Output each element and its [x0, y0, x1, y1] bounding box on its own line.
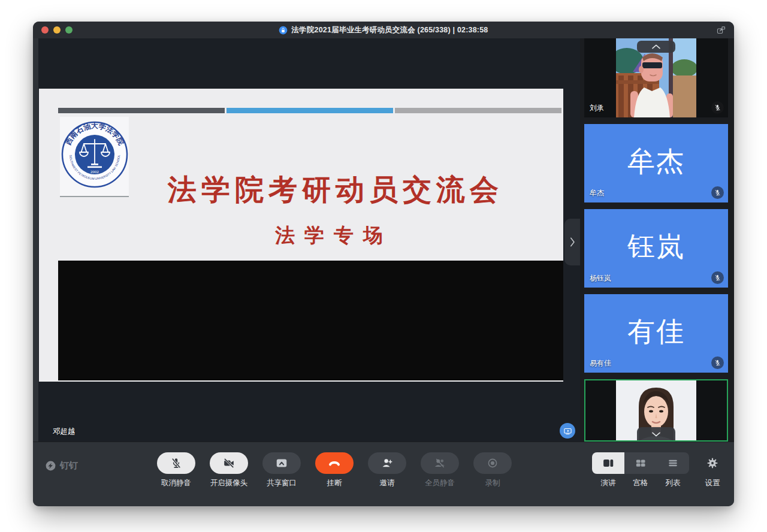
participant-tile-video[interactable]: 刘承	[584, 38, 728, 117]
mic-muted-icon	[711, 101, 724, 114]
record-icon	[486, 457, 499, 470]
grid-view-label: 宫格	[633, 478, 648, 488]
grid-view-icon	[634, 458, 647, 468]
meeting-window: 法学院2021届毕业生考研动员交流会 (265/338) | 02:38:58	[33, 22, 734, 506]
brand-name: 钉钉	[60, 460, 78, 471]
participant-display-name: 有佳	[627, 313, 685, 354]
slide-accent-bar-blue	[227, 108, 393, 113]
mute-all-button[interactable]: 全员静音	[421, 452, 459, 488]
seal-year: 2002	[90, 170, 99, 174]
record-button[interactable]: 录制	[473, 452, 512, 488]
dingtalk-logo-icon	[45, 460, 56, 471]
meeting-content: 2002 西南石油大学法学院 SOUTHWEST PETROLEUM UNIVE…	[33, 38, 734, 442]
participant-name-label: 牟杰	[590, 188, 604, 198]
participant-name-label: 杨钰岚	[590, 273, 611, 283]
camera-off-icon	[222, 457, 235, 470]
meeting-toolbar: 钉钉 取消静音 开启摄像头 共享窗口 挂断	[33, 442, 734, 506]
screen: 法学院2021届毕业生考研动员交流会 (265/338) | 02:38:58	[0, 0, 767, 532]
screen-share-indicator-button[interactable]	[560, 423, 575, 439]
participant-display-name: 牟杰	[627, 143, 685, 184]
chevron-up-icon	[651, 44, 661, 50]
participant-tile-namecard[interactable]: 牟杰 牟杰	[584, 124, 728, 202]
slide-subtitle: 法学专场	[275, 222, 392, 249]
zoom-window-button[interactable]	[65, 26, 73, 34]
chevron-right-icon	[569, 237, 576, 247]
lock-icon	[279, 26, 288, 35]
unmute-button[interactable]: 取消静音	[157, 452, 195, 488]
participant-tile-namecard[interactable]: 有佳 易有佳	[584, 294, 728, 373]
minimize-window-button[interactable]	[53, 26, 61, 34]
invite-button[interactable]: 邀请	[368, 452, 406, 488]
collapse-panel-button[interactable]	[637, 41, 675, 53]
mute-all-icon	[433, 457, 446, 470]
participant-tile-namecard[interactable]: 钰岚 杨钰岚	[584, 209, 728, 288]
list-view-label: 列表	[666, 478, 681, 488]
close-window-button[interactable]	[41, 26, 49, 34]
title-bar: 法学院2021届毕业生考研动员交流会 (265/338) | 02:38:58	[33, 22, 734, 38]
start-camera-button[interactable]: 开启摄像头	[210, 452, 248, 488]
list-view-icon	[666, 458, 680, 468]
start-camera-label: 开启摄像头	[210, 478, 248, 488]
settings-label: 设置	[705, 478, 720, 488]
mute-all-label: 全员静音	[425, 478, 455, 488]
view-mode-list[interactable]: 列表	[657, 452, 689, 488]
slide-title: 法学院考研动员交流会	[168, 171, 503, 209]
chevron-down-icon	[651, 431, 661, 437]
gear-icon	[706, 457, 718, 469]
mic-muted-icon	[711, 186, 724, 199]
hang-up-button[interactable]: 挂断	[315, 452, 354, 488]
participant-display-name: 钰岚	[627, 228, 685, 269]
slide-accent-bar-dark	[58, 108, 225, 113]
view-mode-switcher: 演讲 宫格 列表	[592, 452, 689, 488]
speaker-view-icon	[602, 458, 615, 468]
screen-share-icon	[275, 457, 288, 470]
mic-muted-icon	[711, 271, 724, 284]
invite-person-icon	[381, 457, 394, 470]
speaker-view-label: 演讲	[601, 478, 616, 488]
mic-muted-icon	[711, 356, 724, 369]
app-brand: 钉钉	[45, 460, 78, 471]
unmute-label: 取消静音	[161, 478, 191, 488]
university-logo-block: 2002 西南石油大学法学院 SOUTHWEST PETROLEUM UNIVE…	[60, 117, 129, 197]
participant-tile-active-speaker[interactable]	[584, 379, 728, 442]
share-window-label: 共享窗口	[267, 478, 297, 488]
expand-panel-button[interactable]	[637, 427, 675, 442]
sidebar-collapse-tab[interactable]	[564, 219, 580, 265]
screen-cast-icon	[563, 427, 572, 436]
call-controls: 取消静音 开启摄像头 共享窗口 挂断 邀请	[157, 452, 512, 488]
invite-label: 邀请	[380, 478, 395, 488]
participants-sidebar: 刘承 牟杰 牟杰 钰岚 杨钰岚	[580, 38, 734, 442]
view-mode-speaker[interactable]: 演讲	[592, 452, 624, 488]
slide-circles-photo	[58, 261, 563, 380]
settings-button[interactable]: 设置	[697, 452, 728, 488]
mic-muted-icon	[170, 457, 183, 470]
shared-slide: 2002 西南石油大学法学院 SOUTHWEST PETROLEUM UNIVE…	[39, 89, 563, 382]
window-title: 法学院2021届毕业生考研动员交流会 (265/338) | 02:38:58	[291, 25, 488, 35]
view-mode-grid[interactable]: 宫格	[624, 452, 657, 488]
participant-name-label: 刘承	[590, 103, 604, 113]
window-title-group: 法学院2021届毕业生考研动员交流会 (265/338) | 02:38:58	[279, 25, 488, 35]
shared-screen-stage: 2002 西南石油大学法学院 SOUTHWEST PETROLEUM UNIVE…	[38, 38, 580, 442]
participant-name-label: 易有佳	[590, 358, 611, 368]
window-controls	[41, 26, 73, 34]
pop-out-window-icon[interactable]	[716, 25, 726, 35]
hang-up-label: 挂断	[327, 478, 342, 488]
university-seal-logo: 2002 西南石油大学法学院 SOUTHWEST PETROLEUM UNIVE…	[61, 121, 128, 188]
presenter-name-label: 邓超越	[53, 427, 76, 437]
share-window-button[interactable]: 共享窗口	[262, 452, 301, 488]
record-label: 录制	[485, 478, 500, 488]
phone-hangup-icon	[328, 457, 341, 470]
slide-accent-bar-gray	[395, 108, 561, 113]
